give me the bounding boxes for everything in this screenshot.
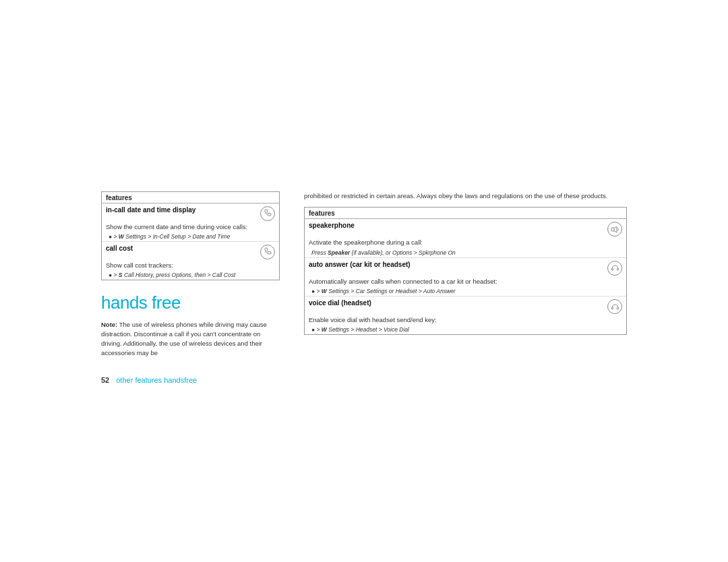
note-text: The use of wireless phones while driving… — [101, 321, 267, 356]
left-table-header: features — [102, 192, 279, 204]
intro-text: prohibited or restricted in certain area… — [304, 191, 627, 201]
feature-row-voice-dial: voice dial (headset) Enable voice dial w… — [305, 296, 626, 334]
note-paragraph: Note: The use of wireless phones while d… — [101, 320, 280, 357]
feature-row-auto-answer: auto answer (car kit or headset) Automat… — [305, 258, 626, 296]
feature-path-auto-answer: ● > W Settings > Car Settings or Headset… — [311, 288, 622, 294]
right-table-header: features — [305, 208, 626, 219]
feature-desc-in-call-date: Show the current date and time during vo… — [106, 222, 275, 231]
svg-rect-0 — [611, 228, 614, 231]
phone-icon-call-cost — [260, 245, 275, 259]
page-number: 52 — [101, 376, 109, 384]
feature-path-speakerphone: Press Speaker (if available), or Options… — [311, 249, 622, 256]
feature-desc-auto-answer: Automatically answer calls when connecte… — [309, 277, 622, 286]
voice-dial-suffix: (headset) — [340, 299, 371, 307]
section-heading-handsfree: hands free — [101, 292, 280, 313]
note-label: Note: — [101, 321, 117, 328]
feature-row-call-cost: call cost Show call cost trackers: ● > S… — [102, 242, 279, 280]
right-features-table: features speakerphone Activate — [304, 207, 627, 335]
headset-icon-voice — [607, 299, 622, 314]
feature-title-call-cost: call cost — [106, 245, 133, 252]
feature-path-in-call-date: ● > W Settings > In-Cell Setup > Date an… — [109, 233, 275, 240]
feature-title-voice-dial: voice dial (headset) — [309, 299, 371, 307]
phone-icon-in-call — [260, 206, 275, 221]
feature-path-call-cost: ● > S Call History, press Options, then … — [109, 272, 275, 278]
left-features-table: features in-call date and time display S… — [101, 191, 280, 281]
feature-row-speakerphone: speakerphone Activate the speakerphone d… — [305, 219, 626, 257]
feature-title-auto-answer: auto answer (car kit or headset) — [309, 261, 411, 268]
footer-links: other features hands free — [116, 376, 197, 384]
feature-title-in-call-date: in-call date and time display — [106, 206, 195, 214]
content-area: features in-call date and time display S… — [101, 191, 627, 358]
footer-link-other-features: other features hands — [116, 376, 184, 384]
page-footer: 52 other features hands free — [101, 376, 627, 384]
feature-desc-call-cost: Show call cost trackers: — [106, 261, 275, 270]
feature-path-voice-dial: ● > W Settings > Headset > Voice Dial — [311, 326, 622, 333]
svg-rect-2 — [617, 268, 618, 270]
feature-desc-voice-dial: Enable voice dial with headset send/end … — [309, 315, 622, 324]
left-column: features in-call date and time display S… — [101, 191, 280, 358]
feature-desc-speakerphone: Activate the speakerphone during a call: — [309, 238, 622, 247]
svg-rect-3 — [611, 307, 613, 309]
svg-rect-1 — [611, 268, 613, 270]
heading-hands: hands free — [101, 292, 181, 313]
headset-icon-auto — [607, 261, 622, 276]
svg-rect-4 — [617, 307, 618, 309]
page-container: features in-call date and time display S… — [0, 0, 728, 562]
feature-row-in-call-date: in-call date and time display Show the c… — [102, 204, 279, 242]
right-column: prohibited or restricted in certain area… — [304, 191, 627, 336]
feature-title-speakerphone: speakerphone — [309, 222, 355, 229]
footer-link-free: free — [184, 376, 197, 384]
auto-answer-suffix: (car kit or headset) — [348, 261, 410, 268]
speaker-icon — [607, 222, 622, 237]
